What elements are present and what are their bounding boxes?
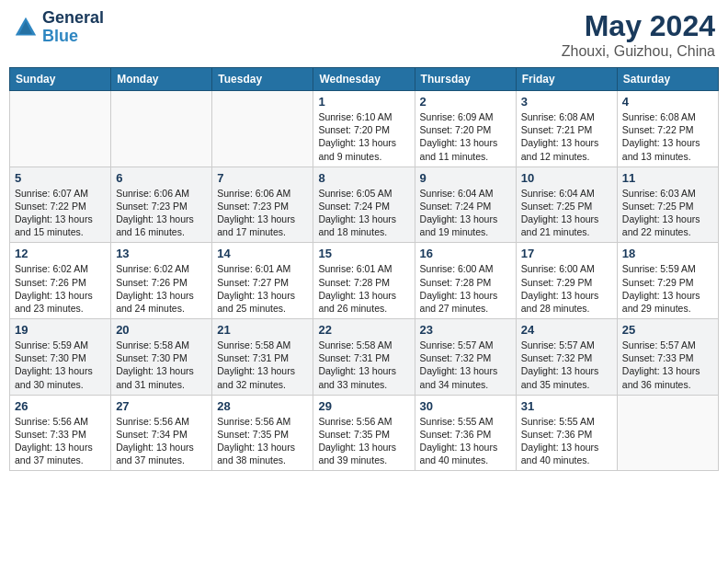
calendar-cell: 23Sunrise: 5:57 AMSunset: 7:32 PMDayligh…	[415, 319, 516, 396]
day-number: 3	[521, 95, 612, 109]
calendar-week-row: 12Sunrise: 6:02 AMSunset: 7:26 PMDayligh…	[10, 243, 719, 319]
day-number: 13	[116, 247, 207, 260]
calendar-cell: 28Sunrise: 5:56 AMSunset: 7:35 PMDayligh…	[212, 395, 313, 471]
day-number: 23	[420, 323, 511, 337]
page-subtitle: Zhouxi, Guizhou, China	[562, 43, 715, 60]
day-info: Sunrise: 6:09 AMSunset: 7:20 PMDaylight:…	[420, 110, 511, 163]
logo-icon	[13, 15, 39, 40]
calendar-cell: 11Sunrise: 6:03 AMSunset: 7:25 PMDayligh…	[617, 167, 718, 243]
day-number: 28	[217, 399, 308, 413]
calendar-cell: 12Sunrise: 6:02 AMSunset: 7:26 PMDayligh…	[10, 243, 111, 319]
calendar-cell: 4Sunrise: 6:08 AMSunset: 7:22 PMDaylight…	[617, 91, 718, 167]
day-info: Sunrise: 5:56 AMSunset: 7:35 PMDaylight:…	[217, 415, 308, 467]
calendar-cell: 29Sunrise: 5:56 AMSunset: 7:35 PMDayligh…	[313, 395, 415, 471]
calendar-cell: 18Sunrise: 5:59 AMSunset: 7:29 PMDayligh…	[617, 243, 718, 319]
weekday-header: Friday	[516, 68, 617, 91]
day-info: Sunrise: 6:02 AMSunset: 7:26 PMDaylight:…	[15, 262, 106, 315]
day-number: 8	[318, 171, 409, 185]
day-info: Sunrise: 6:01 AMSunset: 7:28 PMDaylight:…	[318, 262, 409, 315]
page-title: May 2024	[562, 9, 715, 43]
calendar-cell: 30Sunrise: 5:55 AMSunset: 7:36 PMDayligh…	[415, 395, 516, 471]
day-info: Sunrise: 5:58 AMSunset: 7:31 PMDaylight:…	[318, 339, 409, 391]
calendar-cell: 15Sunrise: 6:01 AMSunset: 7:28 PMDayligh…	[313, 243, 415, 319]
day-info: Sunrise: 5:56 AMSunset: 7:35 PMDaylight:…	[318, 415, 409, 467]
day-number: 1	[318, 95, 409, 109]
day-info: Sunrise: 6:05 AMSunset: 7:24 PMDaylight:…	[318, 187, 409, 239]
day-info: Sunrise: 6:06 AMSunset: 7:23 PMDaylight:…	[217, 187, 308, 239]
weekday-header-row: SundayMondayTuesdayWednesdayThursdayFrid…	[10, 68, 719, 91]
day-number: 16	[420, 247, 511, 260]
calendar-cell: 26Sunrise: 5:56 AMSunset: 7:33 PMDayligh…	[10, 395, 111, 471]
calendar-cell	[10, 91, 111, 167]
calendar-cell: 24Sunrise: 5:57 AMSunset: 7:32 PMDayligh…	[516, 319, 617, 396]
day-info: Sunrise: 5:59 AMSunset: 7:29 PMDaylight:…	[622, 262, 713, 315]
calendar-cell: 3Sunrise: 6:08 AMSunset: 7:21 PMDaylight…	[516, 91, 617, 167]
day-info: Sunrise: 6:07 AMSunset: 7:22 PMDaylight:…	[15, 187, 106, 239]
weekday-header: Saturday	[617, 68, 718, 91]
day-number: 11	[622, 171, 713, 185]
calendar-cell: 16Sunrise: 6:00 AMSunset: 7:28 PMDayligh…	[415, 243, 516, 319]
calendar-cell: 17Sunrise: 6:00 AMSunset: 7:29 PMDayligh…	[516, 243, 617, 319]
day-number: 21	[217, 323, 308, 337]
day-number: 6	[116, 171, 207, 185]
calendar-cell: 6Sunrise: 6:06 AMSunset: 7:23 PMDaylight…	[111, 167, 212, 243]
day-info: Sunrise: 6:10 AMSunset: 7:20 PMDaylight:…	[318, 110, 409, 163]
calendar-week-row: 5Sunrise: 6:07 AMSunset: 7:22 PMDaylight…	[10, 167, 719, 243]
calendar-cell: 1Sunrise: 6:10 AMSunset: 7:20 PMDaylight…	[313, 91, 415, 167]
day-number: 25	[622, 323, 713, 337]
logo-text: General Blue	[42, 9, 104, 46]
calendar-cell	[111, 91, 212, 167]
calendar-cell: 13Sunrise: 6:02 AMSunset: 7:26 PMDayligh…	[111, 243, 212, 319]
day-number: 29	[318, 399, 409, 413]
day-number: 17	[521, 247, 612, 260]
calendar-cell	[212, 91, 313, 167]
day-number: 31	[521, 399, 612, 413]
day-info: Sunrise: 5:58 AMSunset: 7:31 PMDaylight:…	[217, 339, 308, 391]
weekday-header: Monday	[111, 68, 212, 91]
calendar-cell: 2Sunrise: 6:09 AMSunset: 7:20 PMDaylight…	[415, 91, 516, 167]
day-info: Sunrise: 6:06 AMSunset: 7:23 PMDaylight:…	[116, 187, 207, 239]
calendar-cell: 5Sunrise: 6:07 AMSunset: 7:22 PMDaylight…	[10, 167, 111, 243]
weekday-header: Wednesday	[313, 68, 415, 91]
calendar-cell: 27Sunrise: 5:56 AMSunset: 7:34 PMDayligh…	[111, 395, 212, 471]
calendar-cell: 20Sunrise: 5:58 AMSunset: 7:30 PMDayligh…	[111, 319, 212, 396]
day-info: Sunrise: 5:57 AMSunset: 7:32 PMDaylight:…	[420, 339, 511, 391]
day-number: 14	[217, 247, 308, 260]
day-info: Sunrise: 5:57 AMSunset: 7:33 PMDaylight:…	[622, 339, 713, 391]
calendar-week-row: 1Sunrise: 6:10 AMSunset: 7:20 PMDaylight…	[10, 91, 719, 167]
weekday-header: Sunday	[10, 68, 111, 91]
calendar-week-row: 19Sunrise: 5:59 AMSunset: 7:30 PMDayligh…	[10, 319, 719, 396]
day-number: 12	[15, 247, 106, 260]
day-number: 15	[318, 247, 409, 260]
day-number: 30	[420, 399, 511, 413]
day-number: 10	[521, 171, 612, 185]
day-info: Sunrise: 6:08 AMSunset: 7:22 PMDaylight:…	[622, 110, 713, 163]
calendar-cell: 8Sunrise: 6:05 AMSunset: 7:24 PMDaylight…	[313, 167, 415, 243]
day-info: Sunrise: 6:01 AMSunset: 7:27 PMDaylight:…	[217, 262, 308, 315]
calendar-cell: 22Sunrise: 5:58 AMSunset: 7:31 PMDayligh…	[313, 319, 415, 396]
day-info: Sunrise: 6:04 AMSunset: 7:24 PMDaylight:…	[420, 187, 511, 239]
day-info: Sunrise: 5:55 AMSunset: 7:36 PMDaylight:…	[521, 415, 612, 467]
day-info: Sunrise: 5:56 AMSunset: 7:33 PMDaylight:…	[15, 415, 106, 467]
calendar-cell: 10Sunrise: 6:04 AMSunset: 7:25 PMDayligh…	[516, 167, 617, 243]
day-info: Sunrise: 6:04 AMSunset: 7:25 PMDaylight:…	[521, 187, 612, 239]
weekday-header: Thursday	[415, 68, 516, 91]
day-number: 24	[521, 323, 612, 337]
calendar-cell: 31Sunrise: 5:55 AMSunset: 7:36 PMDayligh…	[516, 395, 617, 471]
calendar-cell: 14Sunrise: 6:01 AMSunset: 7:27 PMDayligh…	[212, 243, 313, 319]
day-number: 7	[217, 171, 308, 185]
day-info: Sunrise: 6:00 AMSunset: 7:28 PMDaylight:…	[420, 262, 511, 315]
day-number: 2	[420, 95, 511, 109]
day-info: Sunrise: 5:55 AMSunset: 7:36 PMDaylight:…	[420, 415, 511, 467]
day-number: 20	[116, 323, 207, 337]
day-number: 22	[318, 323, 409, 337]
calendar-cell: 19Sunrise: 5:59 AMSunset: 7:30 PMDayligh…	[10, 319, 111, 396]
logo: General Blue	[13, 9, 104, 46]
title-block: May 2024 Zhouxi, Guizhou, China	[562, 9, 715, 60]
day-number: 19	[15, 323, 106, 337]
day-number: 26	[15, 399, 106, 413]
weekday-header: Tuesday	[212, 68, 313, 91]
calendar-cell: 25Sunrise: 5:57 AMSunset: 7:33 PMDayligh…	[617, 319, 718, 396]
calendar-cell	[617, 395, 718, 471]
calendar-cell: 9Sunrise: 6:04 AMSunset: 7:24 PMDaylight…	[415, 167, 516, 243]
